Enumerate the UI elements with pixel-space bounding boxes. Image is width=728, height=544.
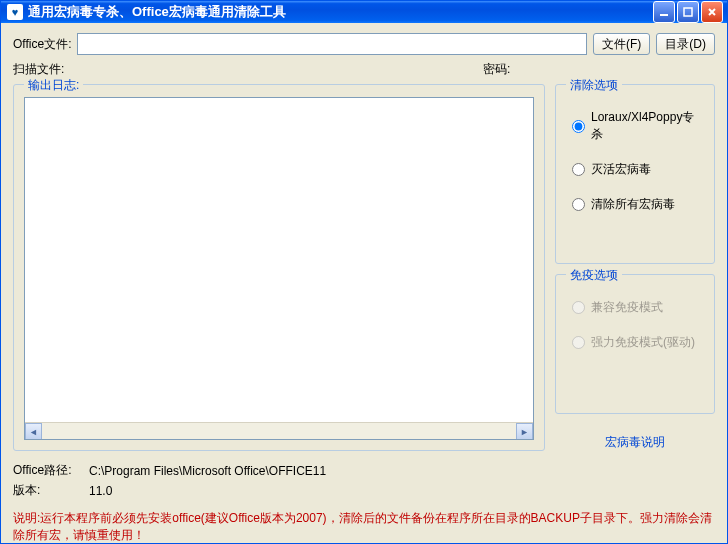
scroll-right-button[interactable]: ►	[516, 423, 533, 440]
warning-note: 说明:运行本程序前必须先安装office(建议Office版本为2007)，清除…	[13, 510, 715, 544]
maximize-button[interactable]	[677, 1, 699, 23]
app-window: ♥ 通用宏病毒专杀、Office宏病毒通用清除工具 Office文件: 文件(F…	[0, 0, 728, 544]
window-controls	[653, 1, 723, 23]
svg-rect-1	[684, 8, 692, 16]
scroll-left-button[interactable]: ◄	[25, 423, 42, 440]
office-version-row: 版本: 11.0	[13, 482, 715, 499]
svg-rect-0	[660, 14, 668, 16]
clean-options-legend: 清除选项	[566, 77, 622, 94]
password-label: 密码:	[483, 61, 510, 78]
immune-radio-1-label: 兼容免疫模式	[591, 299, 663, 316]
clean-radio-2-label: 灭活宏病毒	[591, 161, 651, 178]
close-button[interactable]	[701, 1, 723, 23]
clean-opt-loraux[interactable]: Loraux/Xl4Poppy专杀	[572, 109, 704, 143]
office-version-label: 版本:	[13, 482, 89, 499]
client-area: Office文件: 文件(F) 目录(D) 扫描文件: 密码: 输出日志: ◄ …	[1, 23, 727, 544]
office-path-label: Office路径:	[13, 462, 89, 479]
title-bar[interactable]: ♥ 通用宏病毒专杀、Office宏病毒通用清除工具	[1, 1, 727, 23]
minimize-button[interactable]	[653, 1, 675, 23]
info-rows: Office路径: C:\Program Files\Microsoft Off…	[13, 459, 715, 502]
side-column: 清除选项 Loraux/Xl4Poppy专杀 灭活宏病毒 清除所有宏病毒	[555, 84, 715, 451]
macro-virus-help-link[interactable]: 宏病毒说明	[555, 434, 715, 451]
clean-radio-2[interactable]	[572, 163, 585, 176]
output-log-legend: 输出日志:	[24, 77, 83, 94]
clean-options-group: 清除选项 Loraux/Xl4Poppy专杀 灭活宏病毒 清除所有宏病毒	[555, 84, 715, 264]
immune-radio-2	[572, 336, 585, 349]
immune-opt-strong: 强力免疫模式(驱动)	[572, 334, 704, 351]
clean-radio-1[interactable]	[572, 120, 585, 133]
main-row: 输出日志: ◄ ► 清除选项 Loraux/Xl4Poppy专杀	[13, 84, 715, 451]
immune-options-legend: 免疫选项	[566, 267, 622, 284]
scan-file-label: 扫描文件:	[13, 61, 73, 78]
clean-radio-1-label: Loraux/Xl4Poppy专杀	[591, 109, 704, 143]
window-title: 通用宏病毒专杀、Office宏病毒通用清除工具	[28, 3, 653, 21]
app-icon: ♥	[7, 4, 23, 20]
office-file-label: Office文件:	[13, 36, 71, 53]
office-path-value: C:\Program Files\Microsoft Office\OFFICE…	[89, 464, 326, 478]
file-button[interactable]: 文件(F)	[593, 33, 650, 55]
immune-options-group: 免疫选项 兼容免疫模式 强力免疫模式(驱动)	[555, 274, 715, 414]
immune-radio-1	[572, 301, 585, 314]
output-log-group: 输出日志: ◄ ►	[13, 84, 545, 451]
office-path-row: Office路径: C:\Program Files\Microsoft Off…	[13, 462, 715, 479]
office-version-value: 11.0	[89, 484, 112, 498]
scan-row: 扫描文件: 密码:	[13, 61, 715, 78]
clean-opt-remove-all[interactable]: 清除所有宏病毒	[572, 196, 704, 213]
immune-opt-compat: 兼容免疫模式	[572, 299, 704, 316]
clean-radio-3-label: 清除所有宏病毒	[591, 196, 675, 213]
office-file-input[interactable]	[77, 33, 587, 55]
file-row: Office文件: 文件(F) 目录(D)	[13, 33, 715, 55]
immune-radio-2-label: 强力免疫模式(驱动)	[591, 334, 695, 351]
clean-opt-deactivate[interactable]: 灭活宏病毒	[572, 161, 704, 178]
horizontal-scrollbar[interactable]: ◄ ►	[25, 422, 533, 439]
clean-radio-3[interactable]	[572, 198, 585, 211]
output-log-textarea[interactable]: ◄ ►	[24, 97, 534, 440]
directory-button[interactable]: 目录(D)	[656, 33, 715, 55]
